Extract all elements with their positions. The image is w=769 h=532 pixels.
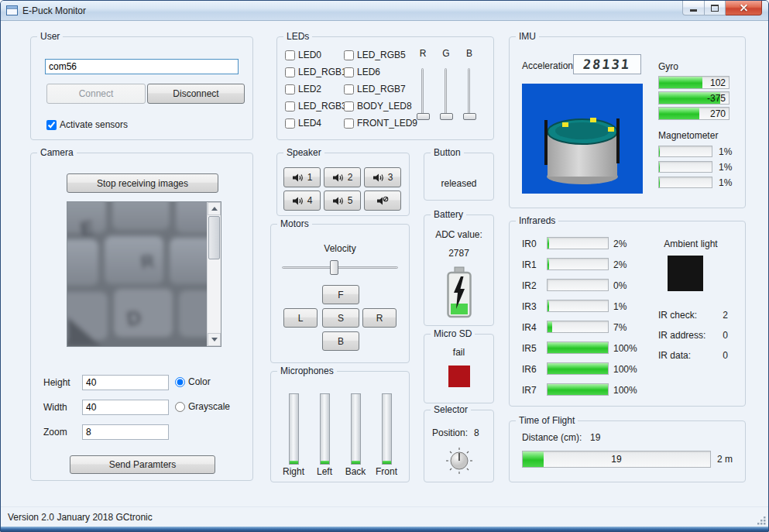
camera-image: E R D xyxy=(67,202,207,346)
speaker-icon xyxy=(332,196,345,206)
led2-row[interactable]: LED2 xyxy=(285,84,321,94)
maximize-button[interactable] xyxy=(705,1,726,15)
battery-icon xyxy=(445,266,473,319)
speaker-4-button[interactable]: 4 xyxy=(283,190,321,211)
left-button-label: L xyxy=(298,313,304,324)
body-led8-label: BODY_LED8 xyxy=(357,101,412,112)
resize-grip[interactable] xyxy=(757,516,767,526)
led4-row[interactable]: LED4 xyxy=(285,118,321,129)
led-rgb3-row[interactable]: LED_RGB3 xyxy=(285,101,347,112)
width-input[interactable] xyxy=(82,400,169,415)
led-rgb1-row[interactable]: LED_RGB1 xyxy=(285,67,347,77)
scroll-down-button[interactable] xyxy=(208,333,221,346)
forward-button[interactable]: F xyxy=(322,285,359,304)
led0-checkbox[interactable] xyxy=(285,50,295,60)
scroll-thumb[interactable] xyxy=(208,216,220,259)
close-button[interactable] xyxy=(726,1,762,15)
led0-row[interactable]: LED0 xyxy=(285,50,321,60)
speaker-3-button[interactable]: 3 xyxy=(364,167,401,187)
led-rgb5-checkbox[interactable] xyxy=(344,50,354,60)
led-rgb3-checkbox[interactable] xyxy=(285,101,295,112)
front-led9-checkbox[interactable] xyxy=(344,118,354,129)
ir3-label: IR3 xyxy=(522,301,537,312)
ir6-label: IR6 xyxy=(522,364,537,375)
minimize-button[interactable] xyxy=(682,1,705,15)
ir-data-value: 0 xyxy=(712,350,728,361)
body-led8-checkbox[interactable] xyxy=(344,101,354,112)
front-led9-label: FRONT_LED9 xyxy=(357,118,417,129)
led-rgb7-checkbox[interactable] xyxy=(344,84,354,94)
send-parameters-button[interactable]: Send Paramters xyxy=(70,455,215,474)
green-slider-handle[interactable] xyxy=(440,113,453,120)
button-state: released xyxy=(424,178,493,189)
magnetometer-x-bar xyxy=(658,146,712,157)
speaker-icon xyxy=(292,196,304,206)
camera-group-title: Camera xyxy=(37,147,77,158)
user-group-title: User xyxy=(37,31,63,42)
speaker-2-button[interactable]: 2 xyxy=(324,167,361,187)
window-bottom-frame xyxy=(1,527,768,531)
led6-row[interactable]: LED6 xyxy=(344,67,380,77)
scroll-up-icon xyxy=(211,207,218,211)
color-radio[interactable] xyxy=(175,377,185,387)
color-radio-row[interactable]: Color xyxy=(175,376,211,387)
mic-back-level xyxy=(351,393,361,465)
grayscale-radio-row[interactable]: Grayscale xyxy=(175,401,230,412)
mic-left-label: Left xyxy=(309,466,340,477)
blue-slider-handle[interactable] xyxy=(463,113,476,120)
velocity-label: Velocity xyxy=(271,243,409,254)
speaker-mute-button[interactable] xyxy=(364,190,401,211)
distance-value: 19 xyxy=(590,432,600,443)
speaker-icon xyxy=(292,173,304,183)
body-led8-row[interactable]: BODY_LED8 xyxy=(344,101,412,112)
speaker-1-button[interactable]: 1 xyxy=(283,167,321,187)
camera-scrollbar[interactable] xyxy=(207,202,221,346)
scroll-down-icon xyxy=(211,338,218,342)
front-led9-row[interactable]: FRONT_LED9 xyxy=(344,118,417,129)
ir5-value: 100% xyxy=(613,343,637,354)
led-rgb5-row[interactable]: LED_RGB5 xyxy=(344,50,406,60)
velocity-slider-handle[interactable] xyxy=(330,260,338,275)
velocity-slider-track xyxy=(282,266,398,269)
led4-checkbox[interactable] xyxy=(285,118,295,129)
led-rgb7-row[interactable]: LED_RGB7 xyxy=(344,84,406,94)
ir-check-label: IR check: xyxy=(658,310,697,321)
gyro-z-value: 270 xyxy=(659,108,729,119)
disconnect-button[interactable]: Disconnect xyxy=(147,84,245,104)
backward-button[interactable]: B xyxy=(322,331,359,351)
speaker-5-button[interactable]: 5 xyxy=(324,190,361,211)
led6-checkbox[interactable] xyxy=(344,67,354,77)
ir1-label: IR1 xyxy=(522,259,537,270)
speaker-icon xyxy=(372,173,385,183)
red-slider-handle[interactable] xyxy=(417,113,430,120)
activate-sensors-checkbox[interactable] xyxy=(46,120,57,130)
port-input[interactable] xyxy=(45,59,239,74)
grayscale-radio[interactable] xyxy=(175,402,185,412)
send-parameters-label: Send Paramters xyxy=(109,459,177,470)
selector-group: Selector Position: 8 xyxy=(424,410,494,482)
zoom-input[interactable] xyxy=(82,424,169,440)
left-button[interactable]: L xyxy=(283,308,318,328)
led-rgb1-checkbox[interactable] xyxy=(285,67,295,77)
grayscale-radio-label: Grayscale xyxy=(188,401,230,412)
led-rgb3-label: LED_RGB3 xyxy=(298,101,347,112)
robot-3d-view xyxy=(522,84,643,194)
stop-button[interactable]: S xyxy=(322,308,359,328)
height-input[interactable] xyxy=(82,375,169,390)
microsd-state: fail xyxy=(424,347,493,358)
led2-label: LED2 xyxy=(298,84,321,94)
ir4-label: IR4 xyxy=(522,322,537,333)
stop-receiving-images-button[interactable]: Stop receiving images xyxy=(67,173,218,193)
ir0-value: 2% xyxy=(613,239,627,249)
ir3-value: 1% xyxy=(613,301,627,312)
imu-group: IMU Acceleration 28131 xyxy=(509,36,746,208)
selector-knob-icon xyxy=(445,444,474,477)
magnetometer-label: Magnetometer xyxy=(658,130,718,141)
ir6-value: 100% xyxy=(613,364,637,375)
activate-sensors-row[interactable]: Activate sensors xyxy=(46,119,128,130)
right-button[interactable]: R xyxy=(362,308,397,328)
led2-checkbox[interactable] xyxy=(285,84,295,94)
scroll-up-button[interactable] xyxy=(208,202,221,215)
ir2-bar xyxy=(547,279,609,291)
connect-button[interactable]: Connect xyxy=(46,84,146,104)
